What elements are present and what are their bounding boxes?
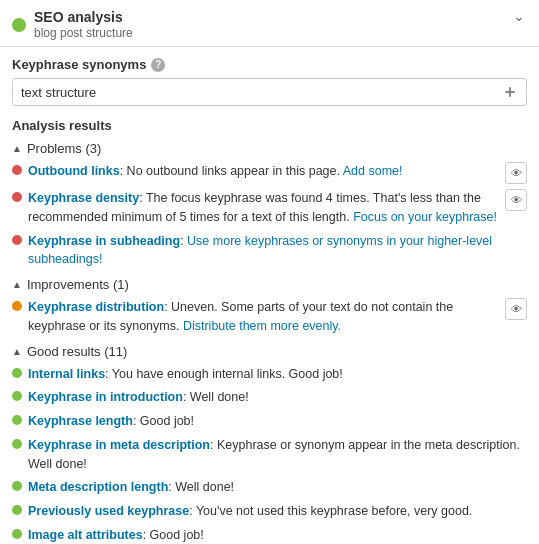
result-text: Keyphrase in introduction: Well done! bbox=[28, 388, 527, 407]
result-text: Image alt attributes: Good job! bbox=[28, 526, 527, 544]
svg-rect-1 bbox=[509, 87, 511, 97]
problems-header[interactable]: ▲ Problems (3) bbox=[12, 141, 527, 156]
green-dot bbox=[12, 368, 22, 378]
result-text: Meta description length: Well done! bbox=[28, 478, 527, 497]
green-dot bbox=[12, 481, 22, 491]
distribute-evenly-link[interactable]: Distribute them more evenly. bbox=[183, 319, 341, 333]
input-clear-icon[interactable] bbox=[502, 84, 518, 100]
result-item: Keyphrase in introduction: Well done! bbox=[12, 388, 527, 407]
green-dot bbox=[12, 505, 22, 515]
keyphrase-synonyms-label: Keyphrase synonyms ? bbox=[12, 57, 527, 72]
good-results-section: ▲ Good results (11) Internal links: You … bbox=[12, 344, 527, 544]
result-item: Meta description length: Well done! bbox=[12, 478, 527, 497]
result-item: Internal links: You have enough internal… bbox=[12, 365, 527, 384]
eye-icon-wrapper: 👁 bbox=[505, 162, 527, 184]
result-text: Keyphrase density: The focus keyphrase w… bbox=[28, 189, 499, 227]
header: SEO analysis blog post structure ⌄ bbox=[0, 0, 539, 47]
good-results-chevron: ▲ bbox=[12, 346, 22, 357]
eye-icon[interactable]: 👁 bbox=[505, 162, 527, 184]
result-item: Image alt attributes: Good job! bbox=[12, 526, 527, 544]
keyphrase-synonyms-input[interactable] bbox=[21, 85, 502, 100]
green-dot bbox=[12, 439, 22, 449]
result-text: Outbound links: No outbound links appear… bbox=[28, 162, 499, 181]
meta-description-length-link[interactable]: Meta description length bbox=[28, 480, 168, 494]
green-dot bbox=[12, 529, 22, 539]
keyphrase-subheading-link[interactable]: Keyphrase in subheading bbox=[28, 234, 180, 248]
good-results-label: Good results (11) bbox=[27, 344, 127, 359]
result-item: Keyphrase in subheading: Use more keyphr… bbox=[12, 232, 527, 270]
keyphrase-meta-description-link[interactable]: Keyphrase in meta description bbox=[28, 438, 210, 452]
good-results-header[interactable]: ▲ Good results (11) bbox=[12, 344, 527, 359]
add-some-link[interactable]: Add some! bbox=[343, 164, 403, 178]
problems-label: Problems (3) bbox=[27, 141, 101, 156]
eye-icon[interactable]: 👁 bbox=[505, 298, 527, 320]
result-text: Keyphrase distribution: Uneven. Some par… bbox=[28, 298, 499, 336]
header-left: SEO analysis blog post structure bbox=[12, 8, 133, 40]
improvements-label: Improvements (1) bbox=[27, 277, 129, 292]
focus-keyphrase-link[interactable]: Focus on your keyphrase! bbox=[353, 210, 497, 224]
problems-section: ▲ Problems (3) Outbound links: No outbou… bbox=[12, 141, 527, 269]
improvements-section: ▲ Improvements (1) Keyphrase distributio… bbox=[12, 277, 527, 336]
orange-dot bbox=[12, 301, 22, 311]
result-item: Outbound links: No outbound links appear… bbox=[12, 162, 527, 184]
result-text: Previously used keyphrase: You've not us… bbox=[28, 502, 527, 521]
result-text: Keyphrase length: Good job! bbox=[28, 412, 527, 431]
keyphrase-synonyms-input-row[interactable] bbox=[12, 78, 527, 106]
keyphrase-length-link[interactable]: Keyphrase length bbox=[28, 414, 133, 428]
result-text: Keyphrase in meta description: Keyphrase… bbox=[28, 436, 527, 474]
eye-icon-wrapper: 👁 bbox=[505, 189, 527, 211]
previously-used-keyphrase-link[interactable]: Previously used keyphrase bbox=[28, 504, 189, 518]
help-icon[interactable]: ? bbox=[151, 58, 165, 72]
keyphrase-distribution-link[interactable]: Keyphrase distribution bbox=[28, 300, 164, 314]
green-dot bbox=[12, 415, 22, 425]
keyphrase-synonyms-title: Keyphrase synonyms bbox=[12, 57, 146, 72]
image-alt-attributes-link[interactable]: Image alt attributes bbox=[28, 528, 143, 542]
eye-icon[interactable]: 👁 bbox=[505, 189, 527, 211]
problems-chevron: ▲ bbox=[12, 143, 22, 154]
result-item: Keyphrase length: Good job! bbox=[12, 412, 527, 431]
improvements-header[interactable]: ▲ Improvements (1) bbox=[12, 277, 527, 292]
result-text: Keyphrase in subheading: Use more keyphr… bbox=[28, 232, 527, 270]
outbound-links-link[interactable]: Outbound links bbox=[28, 164, 120, 178]
result-item: Keyphrase in meta description: Keyphrase… bbox=[12, 436, 527, 474]
status-dot bbox=[12, 18, 26, 32]
content-area: Keyphrase synonyms ? Analysis results ▲ … bbox=[0, 47, 539, 544]
result-text: Internal links: You have enough internal… bbox=[28, 365, 527, 384]
improvements-chevron: ▲ bbox=[12, 279, 22, 290]
analysis-results-title: Analysis results bbox=[12, 118, 527, 133]
result-item: Keyphrase distribution: Uneven. Some par… bbox=[12, 298, 527, 336]
red-dot bbox=[12, 165, 22, 175]
eye-icon-wrapper: 👁 bbox=[505, 298, 527, 320]
page-title: SEO analysis bbox=[34, 8, 133, 26]
keyphrase-introduction-link[interactable]: Keyphrase in introduction bbox=[28, 390, 183, 404]
green-dot bbox=[12, 391, 22, 401]
result-item: Previously used keyphrase: You've not us… bbox=[12, 502, 527, 521]
result-item: Keyphrase density: The focus keyphrase w… bbox=[12, 189, 527, 227]
red-dot bbox=[12, 235, 22, 245]
header-text: SEO analysis blog post structure bbox=[34, 8, 133, 40]
collapse-button[interactable]: ⌄ bbox=[511, 8, 527, 24]
internal-links-link[interactable]: Internal links bbox=[28, 367, 105, 381]
red-dot bbox=[12, 192, 22, 202]
keyphrase-density-link[interactable]: Keyphrase density bbox=[28, 191, 139, 205]
page-subtitle: blog post structure bbox=[34, 26, 133, 40]
